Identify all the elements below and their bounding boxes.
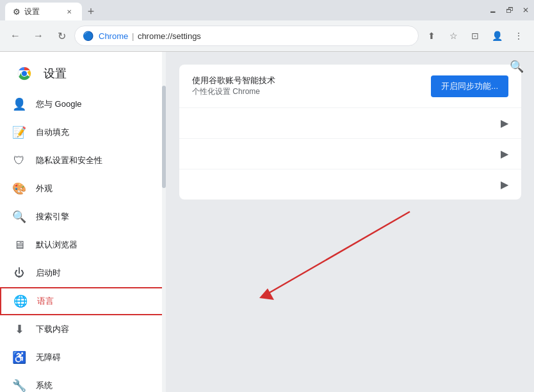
sidebar-scroll-track <box>162 52 166 392</box>
back-button[interactable]: ← <box>5 26 26 46</box>
browser-icon: 🖥 <box>13 239 26 252</box>
sidebar-item-google[interactable]: 👤 您与 Google <box>0 90 166 118</box>
url-brand: Chrome <box>99 31 128 41</box>
language-icon: 🌐 <box>14 294 27 308</box>
sync-title: 使用谷歌账号智能技术 <box>192 75 431 86</box>
sidebar-label-autofill: 自动填充 <box>36 127 69 138</box>
title-bar: ⚙ 设置 ✕ + 🗕 🗗 ✕ <box>0 0 534 20</box>
main-layout: 设置 👤 您与 Google 📝 自动填充 🛡 隐私设置和安全性 🎨 外观 🔍 … <box>0 52 534 392</box>
close-icon[interactable]: ✕ <box>522 6 529 15</box>
forward-button[interactable]: → <box>28 26 49 46</box>
toolbar-right: ⬆ ☆ ⊡ 👤 ⋮ <box>421 26 529 46</box>
settings-tab-icon: ⚙ <box>13 7 20 17</box>
sidebar-item-search[interactable]: 🔍 搜索引擎 <box>0 203 166 231</box>
chrome-logo-icon <box>13 62 36 85</box>
sidebar-label-appearance: 外观 <box>36 183 53 194</box>
settings-tab[interactable]: ⚙ 设置 ✕ <box>5 3 82 20</box>
sidebar-item-autofill[interactable]: 📝 自动填充 <box>0 118 166 146</box>
site-security-icon: 🔵 <box>83 31 93 41</box>
sidebar-item-browser[interactable]: 🖥 默认浏览器 <box>0 231 166 259</box>
svg-marker-5 <box>259 288 274 300</box>
restore-icon[interactable]: 🗗 <box>506 6 514 15</box>
split-view-button[interactable]: ⊡ <box>465 26 485 46</box>
content-row-2[interactable]: ▶ <box>179 138 521 169</box>
download-icon: ⬇ <box>13 322 26 336</box>
sidebar-header: 设置 <box>0 52 166 90</box>
tab-strip: ⚙ 设置 ✕ + <box>5 0 100 20</box>
chevron-right-icon-1: ▶ <box>501 117 508 129</box>
sidebar-label-browser: 默认浏览器 <box>36 239 77 251</box>
sidebar-title: 设置 <box>44 66 67 81</box>
sidebar: 设置 👤 您与 Google 📝 自动填充 🛡 隐私设置和安全性 🎨 外观 🔍 … <box>0 52 166 392</box>
bookmark-button[interactable]: ☆ <box>443 26 464 46</box>
sidebar-item-startup[interactable]: ⏻ 启动时 <box>0 259 166 287</box>
sync-subtitle: 个性化设置 Chrome <box>192 86 431 97</box>
content-row-1[interactable]: ▶ <box>179 107 521 138</box>
accessibility-icon: ♿ <box>13 350 26 365</box>
url-path: chrome://settings <box>138 31 201 41</box>
sidebar-item-system[interactable]: 🔧 系统 <box>0 372 166 392</box>
svg-point-3 <box>22 71 27 76</box>
system-icon: 🔧 <box>13 379 26 392</box>
window-controls: 🗕 🗗 ✕ <box>489 6 529 15</box>
sidebar-item-accessibility[interactable]: ♿ 无障碍 <box>0 343 166 372</box>
chevron-down-icon[interactable]: 🗕 <box>489 6 497 15</box>
person-icon: 👤 <box>13 97 26 111</box>
sidebar-item-language[interactable]: 🌐 语言 <box>0 287 166 315</box>
share-button[interactable]: ⬆ <box>421 26 442 46</box>
tab-close-button[interactable]: ✕ <box>64 6 74 17</box>
url-separator: | <box>132 31 136 41</box>
autofill-icon: 📝 <box>13 125 26 139</box>
sidebar-label-search: 搜索引擎 <box>36 211 69 223</box>
content-area: 🔍 使用谷歌账号智能技术 个性化设置 Chrome 开启同步功能... ▶ ▶ <box>166 52 534 392</box>
svg-line-4 <box>266 212 410 295</box>
chevron-right-icon-2: ▶ <box>501 148 508 160</box>
sidebar-label-privacy: 隐私设置和安全性 <box>36 155 102 166</box>
sidebar-label-google: 您与 Google <box>36 98 82 110</box>
content-row-3[interactable]: ▶ <box>179 169 521 200</box>
sidebar-item-download[interactable]: ⬇ 下载内容 <box>0 315 166 343</box>
chevron-right-icon-3: ▶ <box>501 178 508 191</box>
menu-button[interactable]: ⋮ <box>508 26 529 46</box>
sidebar-item-privacy[interactable]: 🛡 隐私设置和安全性 <box>0 146 166 175</box>
sync-info: 使用谷歌账号智能技术 个性化设置 Chrome <box>192 75 431 97</box>
sidebar-scrollbar[interactable] <box>162 86 166 188</box>
sync-card: 使用谷歌账号智能技术 个性化设置 Chrome 开启同步功能... ▶ ▶ ▶ <box>179 65 521 200</box>
url-text: Chrome | chrome://settings <box>99 31 410 41</box>
search-icon: 🔍 <box>13 210 26 224</box>
sidebar-label-accessibility: 无障碍 <box>36 352 61 363</box>
sidebar-label-startup: 启动时 <box>36 267 61 279</box>
refresh-button[interactable]: ↻ <box>51 26 72 46</box>
sync-section: 使用谷歌账号智能技术 个性化设置 Chrome 开启同步功能... <box>179 65 521 107</box>
sidebar-item-appearance[interactable]: 🎨 外观 <box>0 175 166 203</box>
new-tab-button[interactable]: + <box>82 3 100 20</box>
shield-icon: 🛡 <box>13 154 26 168</box>
sidebar-label-download: 下载内容 <box>36 324 69 335</box>
sidebar-label-language: 语言 <box>37 295 54 307</box>
appearance-icon: 🎨 <box>13 182 26 196</box>
profile-button[interactable]: 👤 <box>487 26 507 46</box>
window-chrome: ⚙ 设置 ✕ + 🗕 🗗 ✕ ← → ↻ 🔵 Chrome | chrome:/… <box>0 0 534 52</box>
content-search-icon[interactable]: 🔍 <box>510 59 524 74</box>
url-bar[interactable]: 🔵 Chrome | chrome://settings <box>74 26 419 46</box>
sidebar-label-system: 系统 <box>36 380 53 391</box>
startup-icon: ⏻ <box>13 267 26 279</box>
sync-button[interactable]: 开启同步功能... <box>431 75 508 97</box>
settings-tab-label: 设置 <box>24 6 40 17</box>
address-bar: ← → ↻ 🔵 Chrome | chrome://settings ⬆ ☆ ⊡… <box>0 20 534 51</box>
